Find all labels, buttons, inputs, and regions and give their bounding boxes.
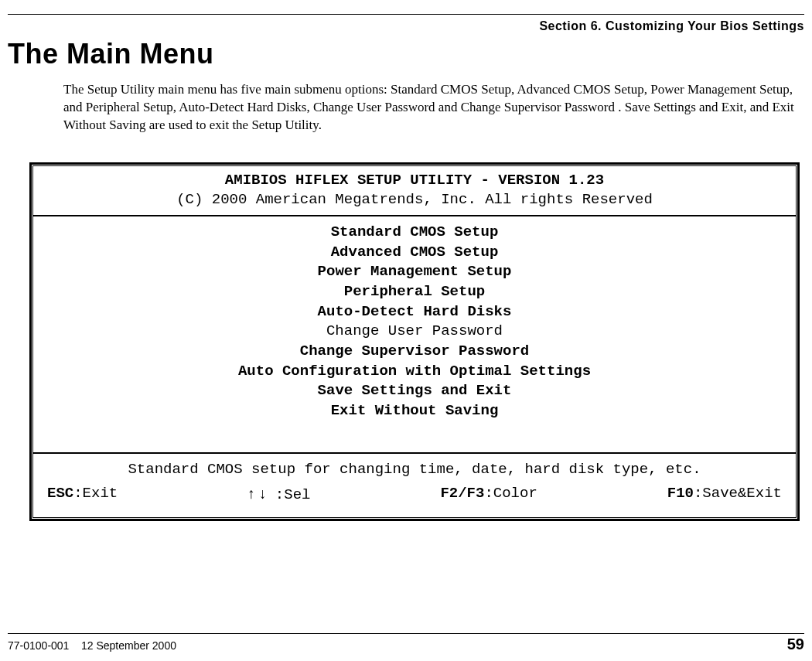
section-header: Section 6. Customizing Your Bios Setting…	[8, 19, 804, 33]
bios-footer: Standard CMOS setup for changing time, d…	[33, 454, 796, 518]
top-rule	[8, 14, 804, 15]
menu-item-change-supervisor-password[interactable]: Change Supervisor Password	[39, 342, 790, 362]
key-esc: ESC:Exit	[47, 482, 118, 506]
bios-key-legend: ESC:Exit ↑ ↓ :Sel F2/F3:Color F10:Save&E…	[47, 482, 782, 506]
key-save: F10:Save&Exit	[667, 482, 782, 506]
menu-item-auto-detect-hd[interactable]: Auto-Detect Hard Disks	[39, 302, 790, 322]
bios-help-text: Standard CMOS setup for changing time, d…	[47, 458, 782, 481]
menu-item-power-management[interactable]: Power Management Setup	[39, 262, 790, 282]
doc-date: 12 September 2000	[81, 639, 176, 652]
page-footer: 77-0100-001 12 September 2000 59	[8, 633, 804, 653]
bios-inner: AMIBIOS HIFLEX SETUP UTILITY - VERSION 1…	[32, 165, 797, 519]
bottom-rule	[8, 633, 804, 634]
doc-id: 77-0100-001	[8, 639, 69, 652]
page-title: The Main Menu	[8, 38, 804, 70]
key-arrows: ↑ ↓ :Sel	[247, 482, 310, 506]
page-number: 59	[787, 635, 804, 653]
menu-item-auto-config-optimal[interactable]: Auto Configuration with Optimal Settings	[39, 362, 790, 382]
bios-header: AMIBIOS HIFLEX SETUP UTILITY - VERSION 1…	[33, 166, 796, 216]
bios-box: AMIBIOS HIFLEX SETUP UTILITY - VERSION 1…	[29, 162, 800, 522]
bios-title: AMIBIOS HIFLEX SETUP UTILITY - VERSION 1…	[39, 171, 790, 191]
menu-item-peripheral-setup[interactable]: Peripheral Setup	[39, 282, 790, 302]
menu-item-save-exit[interactable]: Save Settings and Exit	[39, 381, 790, 401]
footer-left: 77-0100-001 12 September 2000	[8, 639, 176, 652]
menu-item-change-user-password[interactable]: Change User Password	[39, 322, 790, 342]
menu-item-standard-cmos[interactable]: Standard CMOS Setup	[39, 223, 790, 243]
menu-item-advanced-cmos[interactable]: Advanced CMOS Setup	[39, 243, 790, 263]
updown-arrows-icon: ↑ ↓	[247, 486, 266, 502]
key-color: F2/F3:Color	[440, 482, 537, 506]
bios-menu: Standard CMOS Setup Advanced CMOS Setup …	[33, 216, 796, 453]
intro-paragraph: The Setup Utility main menu has five mai…	[63, 81, 804, 135]
menu-item-exit-without-saving[interactable]: Exit Without Saving	[39, 401, 790, 421]
bios-copyright: (C) 2000 American Megatrends, Inc. All r…	[39, 190, 790, 210]
